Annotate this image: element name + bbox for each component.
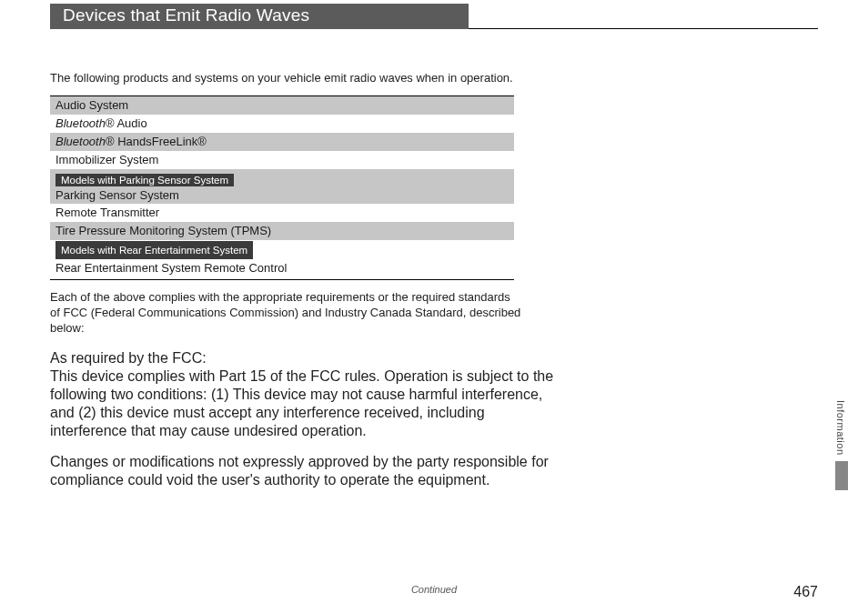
table-row: Immobilizer System [50, 151, 514, 169]
table-row: Models with Rear Entertainment System Re… [50, 240, 514, 279]
compliance-text: Each of the above complies with the appr… [50, 289, 523, 336]
device-table: Audio System Bluetooth® Audio Bluetooth®… [50, 95, 514, 280]
fcc-section: As required by the FCC: This device comp… [50, 349, 555, 502]
table-row: Tire Pressure Monitoring System (TPMS) [50, 222, 514, 240]
section-label: Information [835, 400, 846, 456]
section-tab: Information [835, 400, 848, 490]
table-row: Remote Transmitter [50, 204, 514, 222]
intro-text: The following products and systems on yo… [50, 71, 523, 85]
table-row: Bluetooth® HandsFreeLink® [50, 133, 514, 151]
table-row: Bluetooth® Audio [50, 115, 514, 133]
table-row-label: Rear Entertainment System Remote Control [56, 259, 514, 276]
title-bar: Devices that Emit Radio Waves [50, 4, 818, 29]
section-marker [835, 461, 848, 490]
page-number: 467 [793, 584, 818, 600]
table-row: Audio System [50, 96, 514, 115]
table-row-label: Parking Sensor System [56, 187, 514, 202]
fcc-body: This device complies with Part 15 of the… [50, 368, 553, 438]
fcc-heading: As required by the FCC: [50, 350, 207, 366]
model-badge: Models with Rear Entertainment System [56, 241, 253, 259]
main-column: The following products and systems on yo… [50, 71, 523, 336]
fcc-note: Changes or modifications not expressly a… [50, 453, 555, 489]
table-row: Models with Parking Sensor System Parkin… [50, 169, 514, 204]
continued-label: Continued [0, 584, 868, 595]
page-title: Devices that Emit Radio Waves [50, 4, 469, 29]
model-badge: Models with Parking Sensor System [56, 174, 234, 186]
